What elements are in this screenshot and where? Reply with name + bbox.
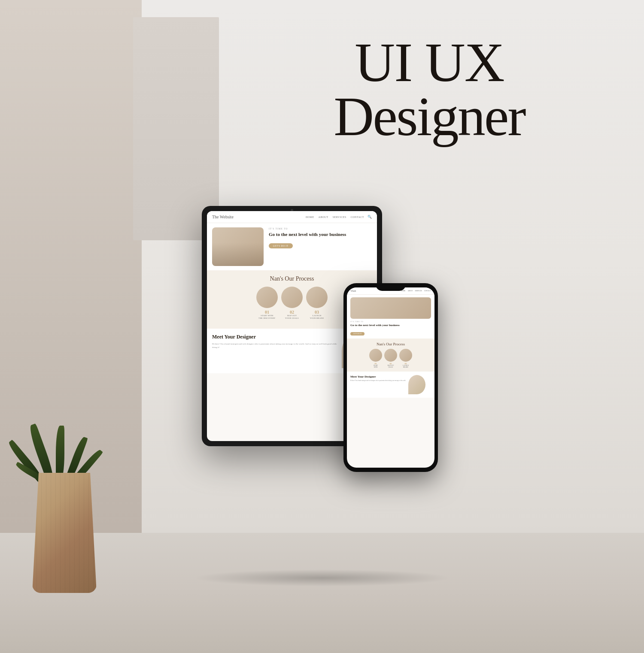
phone-process-step-2: 02 MAP OUTGOALS [384, 349, 397, 368]
phone-process-title: Nan's Our Process [350, 342, 431, 346]
nav-contact: CONTACT [351, 216, 364, 218]
hero-title: Go to the next level with your business [269, 231, 372, 237]
nav-search-icon: 🔍 [368, 215, 372, 219]
process-circle-3 [306, 287, 328, 308]
website-hero: IT'S TIME TO Go to the next level with y… [207, 223, 377, 270]
phone-nav-services: SERVICES [415, 290, 422, 292]
process-number-3: 03 [306, 310, 328, 314]
designer-text: Meet Your Designer Hi there! I'm a brand… [212, 334, 337, 368]
phone-process-step-1: 01 STARTWITH [369, 349, 382, 368]
device-shadow [193, 569, 451, 586]
hero-label: IT'S TIME TO [269, 227, 372, 230]
phone-process-circle-3 [399, 349, 412, 362]
title-container: UI UX Designer [240, 34, 618, 143]
process-number-1: 01 [256, 310, 278, 314]
hero-content: IT'S TIME TO Go to the next level with y… [269, 227, 372, 266]
phone-process-lbl-3: LAUNCHBRAND [399, 365, 412, 368]
process-step-3: 03 LAUNCHYOUR BRAND [306, 287, 328, 320]
plant-container [13, 378, 116, 593]
process-step-2: 02 MAP OUTYOUR GOALS [281, 287, 303, 320]
phone-hero-title: Go to the next level with your business [350, 323, 431, 327]
phone-hero: IT'S TIME TO Go to the next level with y… [347, 295, 434, 339]
process-number-2: 02 [281, 310, 303, 314]
process-circle-1 [256, 287, 278, 308]
phone-designer-description: Hi there! I'm a brand strategist and web… [350, 380, 406, 382]
phone-designer-text: Meet Your Designer Hi there! I'm a brand… [350, 375, 406, 394]
title-line2: Designer [240, 90, 618, 143]
scene: UI UX Designer The Website HOME ABOUT SE… [0, 0, 644, 653]
phone-process-lbl-2: MAP OUTGOALS [384, 365, 397, 368]
plant-leaves [21, 361, 107, 481]
phone-nav-contact: CONTACT [424, 290, 431, 292]
process-step-1: 01 START WITHTHE DISCOVERY [256, 287, 278, 320]
phone-logo: Visit [350, 289, 356, 293]
phone-nav-items: HOME ABOUT SERVICES CONTACT [401, 290, 431, 292]
phone-hero-cta-button[interactable]: LET'S DO IT [350, 332, 365, 336]
nav-services: SERVICES [333, 216, 346, 218]
phone-body: Visit HOME ABOUT SERVICES CONTACT IT'S T… [343, 283, 438, 472]
phone-hero-label: IT'S TIME TO [350, 321, 431, 323]
phone-designer: Meet Your Designer Hi there! I'm a brand… [347, 372, 434, 398]
phone-notch [376, 283, 406, 291]
process-circle-2 [281, 287, 303, 308]
phone-process-lbl-1: STARTWITH [369, 365, 382, 368]
phone-hero-image [350, 297, 431, 319]
phone-mockup: Visit HOME ABOUT SERVICES CONTACT IT'S T… [343, 283, 438, 472]
designer-description: Hi there! I'm a brand strategist and web… [212, 342, 337, 349]
phone-process-steps: 01 STARTWITH 02 MAP OUTGOALS 03 LAUNCHBR… [350, 349, 431, 368]
website-nav-items: HOME ABOUT SERVICES CONTACT [306, 216, 364, 218]
process-label-2: MAP OUTYOUR GOALS [281, 314, 303, 320]
phone-designer-title: Meet Your Designer [350, 375, 406, 378]
designer-title: Meet Your Designer [212, 334, 337, 340]
hero-cta-button[interactable]: LET'S DO IT [269, 243, 293, 248]
website-nav: The Website HOME ABOUT SERVICES CONTACT … [207, 211, 377, 223]
nav-home: HOME [306, 216, 314, 218]
phone-process-circle-2 [384, 349, 397, 362]
phone-process: Nan's Our Process 01 STARTWITH 02 MAP OU… [347, 339, 434, 372]
plant-pot [32, 473, 97, 593]
title-line1: UI UX [240, 34, 618, 90]
phone-designer-image [408, 375, 425, 394]
nav-about: ABOUT [319, 216, 328, 218]
process-label-3: LAUNCHYOUR BRAND [306, 314, 328, 320]
phone-process-circle-1 [369, 349, 382, 362]
phone-process-step-3: 03 LAUNCHBRAND [399, 349, 412, 368]
website-logo: The Website [212, 215, 234, 219]
phone-nav-about: ABOUT [407, 290, 413, 292]
hero-image [212, 227, 264, 266]
phone-screen: Visit HOME ABOUT SERVICES CONTACT IT'S T… [347, 287, 434, 468]
process-title: Nan's Our Process [212, 275, 372, 282]
process-label-1: START WITHTHE DISCOVERY [256, 314, 278, 320]
